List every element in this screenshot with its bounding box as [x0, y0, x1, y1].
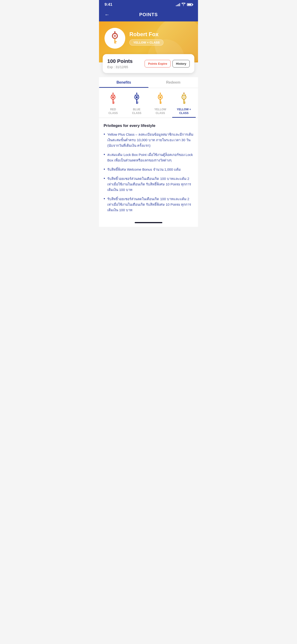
bullet-icon: •: [104, 176, 105, 181]
avatar-key-icon: [109, 31, 121, 46]
points-buttons: Points Expire History: [144, 60, 190, 68]
class-item-yellow-plus[interactable]: YELLOW +CLASS: [172, 92, 196, 115]
svg-rect-8: [115, 42, 116, 43]
points-info: 100 Points Exp : 31/12/65: [107, 58, 132, 69]
points-expiry: Exp : 31/12/65: [107, 65, 132, 69]
page-title: POINTS: [139, 12, 158, 17]
yellow-plus-class-key-icon: [178, 92, 190, 106]
benefit-text: รับสิทธิ์วอยเชอร์ส่วนลดในเดือนเกิด 100 บ…: [107, 196, 194, 213]
class-badge: YELLOW + CLASS: [130, 40, 164, 46]
svg-rect-16: [112, 99, 114, 104]
home-indicator-bar: [135, 222, 162, 223]
benefit-text: รับสิทธิ์วอยเชอร์ส่วนลดในเดือนเกิด 100 บ…: [107, 176, 194, 192]
bullet-icon: •: [104, 196, 105, 201]
class-item-blue[interactable]: BLUECLASS: [125, 92, 149, 115]
svg-point-1: [114, 31, 115, 32]
svg-point-15: [112, 96, 114, 98]
home-indicator-area: [99, 218, 198, 227]
benefits-section: Privileges for every lifestyle • Yellow …: [99, 118, 198, 218]
battery-icon: [187, 3, 192, 6]
yellow-plus-class-label: YELLOW +CLASS: [177, 108, 191, 115]
benefit-list: • Yellow Plus Class – ลงทะเบียนข้อมูลสมา…: [104, 132, 194, 213]
back-button[interactable]: ←: [104, 11, 110, 19]
yellow-class-key-icon: [154, 92, 166, 106]
benefit-text: Yellow Plus Class – ลงทะเบียนข้อมูลสมาชิ…: [107, 132, 194, 148]
svg-rect-27: [137, 103, 138, 104]
svg-rect-34: [160, 99, 161, 104]
points-card: 100 Points Exp : 31/12/65 Points Expire …: [103, 54, 194, 73]
svg-rect-26: [137, 102, 138, 102]
svg-rect-35: [161, 102, 162, 102]
profile-name: Robert Fox: [130, 31, 164, 38]
svg-rect-49: [184, 103, 185, 104]
blue-class-label: BLUECLASS: [132, 108, 141, 115]
bullet-icon: •: [104, 132, 105, 137]
svg-point-29: [160, 92, 161, 94]
svg-rect-6: [114, 38, 115, 44]
svg-point-33: [159, 96, 162, 98]
tab-bar: Benefits Redeem: [99, 77, 198, 88]
wifi-icon: [182, 3, 186, 7]
avatar: [104, 28, 125, 48]
points-value: 100 Points: [107, 58, 132, 64]
points-expire-button[interactable]: Points Expire: [144, 60, 170, 68]
svg-point-11: [112, 92, 114, 94]
status-icons: [176, 3, 192, 7]
list-item: • รับสิทธิ์พิเศษ Welcome Bonus จำนวน 1,0…: [104, 167, 194, 172]
list-item: • สะสมแต้ม Lock Box Point เมื่อใช้งานตู้…: [104, 152, 194, 163]
benefit-text: รับสิทธิ์พิเศษ Welcome Bonus จำนวน 1,000…: [107, 167, 181, 172]
svg-rect-25: [136, 99, 137, 104]
list-item: • รับสิทธิ์วอยเชอร์ส่วนลดในเดือนเกิด 100…: [104, 176, 194, 192]
svg-rect-36: [161, 103, 162, 104]
svg-point-20: [136, 92, 137, 94]
svg-rect-18: [114, 103, 114, 104]
blue-class-key-icon: [131, 92, 142, 106]
status-bar: 9:41: [99, 0, 198, 9]
benefits-title: Privileges for every lifestyle: [104, 124, 194, 128]
red-class-key-icon: [107, 92, 119, 106]
class-selector-row: REDCLASS BLUECLASS: [99, 88, 198, 118]
class-item-yellow[interactable]: YELLOWCLASS: [148, 92, 172, 115]
bullet-icon: •: [104, 152, 105, 157]
signal-bars-icon: [176, 3, 180, 6]
status-time: 9:41: [104, 2, 112, 7]
svg-point-24: [136, 96, 138, 98]
class-item-red[interactable]: REDCLASS: [101, 92, 125, 115]
red-class-label: REDCLASS: [108, 108, 118, 115]
svg-rect-48: [184, 102, 186, 102]
tab-redeem[interactable]: Redeem: [148, 77, 198, 88]
tab-benefits[interactable]: Benefits: [99, 77, 148, 88]
list-item: • รับสิทธิ์วอยเชอร์ส่วนลดในเดือนเกิด 100…: [104, 196, 194, 213]
bullet-icon: •: [104, 167, 105, 172]
profile-info: Robert Fox YELLOW + CLASS: [130, 31, 164, 46]
history-button[interactable]: History: [172, 60, 190, 68]
list-item: • Yellow Plus Class – ลงทะเบียนข้อมูลสมา…: [104, 132, 194, 148]
benefit-text: สะสมแต้ม Lock Box Point เมื่อใช้งานตู้ล็…: [107, 152, 194, 163]
svg-rect-17: [114, 102, 115, 102]
header: ← POINTS: [99, 9, 198, 22]
yellow-class-label: YELLOWCLASS: [154, 108, 166, 115]
svg-rect-7: [115, 41, 117, 42]
svg-rect-47: [184, 99, 184, 104]
